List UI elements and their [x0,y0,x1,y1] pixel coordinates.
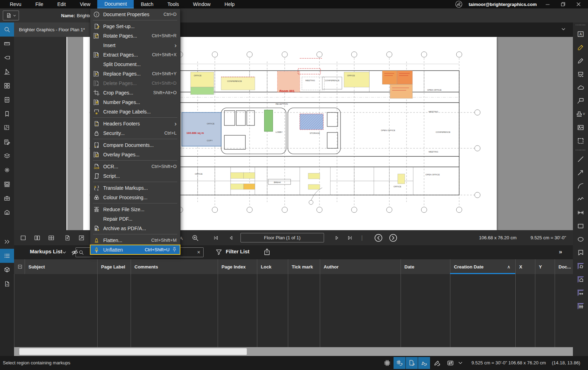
polygon-tool[interactable] [573,246,588,259]
collapse-all-rows-button[interactable] [14,259,25,274]
column-header-doc[interactable]: Doc... [555,259,573,274]
page-indicator[interactable]: Floor Plan (1 of 1) [240,233,324,242]
filter-icon[interactable] [216,249,222,255]
studio-hub-button[interactable] [0,205,14,219]
menu-help[interactable]: Help [218,0,242,8]
ellipse-tool[interactable] [573,233,588,246]
highlighter-tool[interactable] [573,41,588,54]
pin-icon[interactable] [172,247,177,252]
markups-list-button[interactable] [0,249,14,263]
snap-to-document-button[interactable] [406,357,418,369]
measure-length-tool[interactable] [573,286,588,299]
next-view-button[interactable] [387,230,399,245]
fit-page-button[interactable] [75,230,88,245]
bookmarks-panel-button[interactable] [0,107,14,121]
menu-item-repair-pdf[interactable]: Repair PDF... [90,214,180,223]
horizontal-scrollbar-thumb[interactable] [19,348,247,355]
single-pane-button[interactable] [17,230,29,245]
toolbar-grip[interactable] [576,25,585,27]
arrow-tool[interactable] [573,166,588,179]
menu-item-archive-as-pdfa[interactable]: A Archive as PDF/A... [90,223,180,233]
menu-item-replace-pages[interactable]: Replace Pages... Ctrl+Shift+Y [90,69,180,78]
column-header-y[interactable]: Y [535,259,555,274]
minimize-button[interactable] [543,0,552,8]
export-summary-button[interactable] [263,248,271,256]
menu-item-crop-pages[interactable]: Crop Pages... Shift+Alt+O [90,88,180,97]
clear-search-button[interactable]: ✕ [197,250,200,255]
markups-panel-button[interactable] [0,135,14,149]
markups-list-title[interactable]: Markups List [30,248,62,254]
rectangle-tool[interactable] [573,219,588,233]
menu-item-create-page-labels[interactable]: Create Page Labels... [90,107,180,116]
grid-toggle-button[interactable] [381,357,393,369]
snap-to-markup-button[interactable] [418,357,430,369]
previous-view-button[interactable] [372,230,385,245]
tool-chest-panel-button[interactable] [0,51,14,65]
arc-tool[interactable] [573,179,588,193]
column-header-subject[interactable]: Subject [25,259,97,274]
line-tool[interactable] [573,152,588,166]
measure-count-tool[interactable] [573,299,588,313]
column-header-creation-date[interactable]: Creation Date ∧ [450,259,515,274]
menu-item-number-pages[interactable]: Number Pages... [90,97,180,107]
toolbox-button[interactable] [0,191,14,205]
document-swap-button[interactable] [444,357,456,369]
image-tool[interactable] [573,121,588,134]
last-page-button[interactable] [345,230,355,245]
display-panel-button[interactable] [0,177,14,191]
measurements-panel-button[interactable] [0,37,14,51]
sync-markup-button[interactable] [431,357,443,369]
menu-item-split-document[interactable]: Split Document... [90,59,180,69]
settings-button[interactable] [0,163,14,177]
markups-title-chevron-icon[interactable] [62,251,66,255]
pen-tool[interactable] [573,54,588,67]
column-header-page-index[interactable]: Page Index [218,259,257,274]
menu-item-translate-markups[interactable]: ax Translate Markups... [90,183,180,193]
menu-item-compare-documents[interactable]: AB Compare Documents... [90,140,180,150]
tab-floor-plan[interactable]: Brighter Graphics - Floor Plan 1* [14,22,99,37]
menu-view[interactable]: View [73,0,97,8]
menu-item-ocr[interactable]: OCR OCR... Ctrl+Shift+O [90,162,180,171]
callout-tool[interactable] [573,94,588,108]
markups-table-body[interactable] [0,274,573,347]
menu-item-rotate-pages[interactable]: Rotate Pages... Ctrl+Shift+R [90,31,180,40]
menu-item-overlay-pages[interactable]: Overlay Pages... [90,150,180,159]
javascript-panel-button[interactable]: JS [0,277,14,291]
menu-item-document-properties[interactable]: i Document Properties Ctrl+D [90,9,180,19]
properties-panel-button[interactable] [0,93,14,107]
menu-tools[interactable]: Tools [160,0,186,8]
column-header-comments[interactable]: Comments [131,259,218,274]
menu-item-page-setup[interactable]: Page Set-up... [90,21,180,31]
split-vertical-button[interactable] [31,230,44,245]
filter-list-button[interactable]: Filter List [226,248,250,254]
polyline-tool[interactable] [573,193,588,206]
menu-item-unflatten[interactable]: Unflatten Ctrl+Shift+U [90,245,180,254]
3d-model-tree-button[interactable]: 3D [0,263,14,277]
menu-document[interactable]: Document [97,0,134,8]
zoom-tool-button[interactable] [189,230,201,245]
restore-button[interactable] [559,0,568,8]
measure-area-tool[interactable] [573,273,588,286]
status-chevron-icon[interactable] [456,357,464,369]
menu-item-headers-footers[interactable]: Headers Footers [90,119,180,128]
tab-options-chevron[interactable] [561,27,566,32]
menu-batch[interactable]: Batch [134,0,160,8]
column-header-tick-mark[interactable]: Tick mark [288,259,320,274]
dimension-tool[interactable] [573,206,588,219]
column-header-x[interactable]: X [515,259,535,274]
insert-page-button[interactable] [61,230,74,245]
collapse-markups-button[interactable]: » [559,248,562,255]
first-page-button[interactable] [211,230,221,245]
column-header-lock[interactable]: Lock [257,259,288,274]
document-type-dropdown[interactable] [3,11,19,20]
menu-revu[interactable]: Revu [3,0,28,8]
squiggly-underline-tool[interactable] [573,67,588,81]
toolbar-grip[interactable] [576,150,585,152]
menu-item-extract-pages[interactable]: Extract Pages... Ctrl+Shift+X [90,50,180,59]
thumbnails-panel-button[interactable] [0,79,14,93]
column-header-date[interactable]: Date [401,259,450,274]
search-panel-button[interactable] [0,22,14,37]
layers-panel-button[interactable] [0,149,14,163]
measure-perimeter-tool[interactable] [573,259,588,273]
menu-item-colour-processing[interactable]: Colour Processing... [90,193,180,202]
